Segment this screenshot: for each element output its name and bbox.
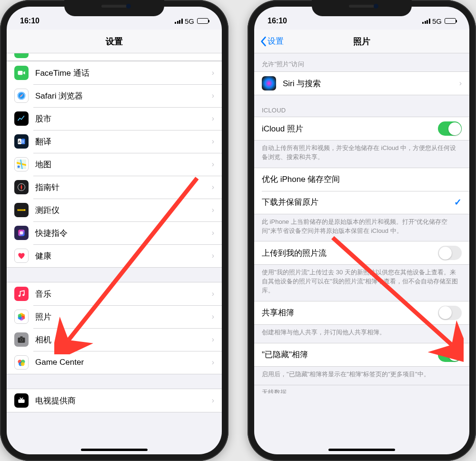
toggle-hidden-album[interactable]	[438, 348, 462, 362]
section-header-icloud: ICLOUD	[254, 95, 469, 117]
status-right: 5G	[175, 17, 208, 25]
photos-settings[interactable]: 允许"照片"访问 Siri 与搜索 › ICLOUD iCloud 照片 自动上…	[254, 53, 469, 454]
notch	[64, 0, 164, 16]
svg-point-29	[20, 339, 22, 341]
status-time: 16:10	[268, 17, 287, 25]
svg-point-34	[20, 362, 24, 366]
screen-left: 16:10 5G 设置 FaceTime 通话 › Safari 浏览器 › 股…	[7, 7, 222, 454]
network-label: 5G	[185, 17, 194, 25]
cell-health[interactable]: 健康 ›	[7, 244, 222, 267]
cell-label: 共享相簿	[262, 307, 438, 318]
back-label: 设置	[268, 36, 284, 47]
cell-my-photo-stream[interactable]: 上传到我的照片流	[254, 241, 469, 264]
cell-label: 相机	[35, 334, 212, 345]
toggle-shared-albums[interactable]	[438, 306, 462, 320]
download-footer: 此 iPhone 上当前储存的是原始版本的照片和视频。打开"优化储存空间"来节省…	[254, 214, 469, 241]
toggle-photo-stream[interactable]	[438, 246, 462, 260]
svg-rect-0	[18, 71, 23, 75]
cell-facetime[interactable]: FaceTime 通话 ›	[7, 61, 222, 84]
cell-hidden-album[interactable]: "已隐藏"相簿	[254, 343, 469, 366]
chevron-right-icon: ›	[212, 358, 214, 367]
chevron-right-icon: ›	[212, 160, 214, 169]
cell-siri-search[interactable]: Siri 与搜索 ›	[254, 72, 469, 95]
phone-right: 16:10 5G 设置 照片 允许"照片"访问 Siri 与搜索 ›	[248, 0, 476, 461]
page-title: 照片	[353, 36, 370, 47]
cell-label: Safari 浏览器	[35, 90, 212, 101]
siri-icon	[262, 76, 276, 90]
signal-icon	[175, 18, 183, 24]
status-right: 5G	[422, 17, 456, 25]
home-indicator[interactable]	[328, 449, 395, 451]
safari-icon	[14, 89, 29, 103]
back-button[interactable]: 设置	[260, 36, 284, 47]
cell-label: 地图	[35, 159, 212, 170]
cell-icloud-photos[interactable]: iCloud 照片	[254, 117, 469, 140]
toggle-icloud-photos[interactable]	[438, 121, 462, 136]
svg-point-26	[18, 314, 21, 318]
chevron-right-icon: ›	[212, 251, 214, 260]
chevron-right-icon: ›	[212, 312, 214, 321]
cell-shortcuts[interactable]: 快捷指令 ›	[7, 221, 222, 244]
photos-icon	[14, 310, 29, 324]
chevron-right-icon: ›	[212, 396, 214, 405]
cell-optimize-storage[interactable]: 优化 iPhone 储存空间	[254, 168, 469, 191]
cell-shared-albums[interactable]: 共享相簿	[254, 301, 469, 324]
gamecenter-icon	[14, 355, 29, 370]
measure-icon	[14, 203, 29, 217]
hidden-album-footer: 启用后，"已隐藏"相簿将显示在"相簿"标签页的"更多项目"中。	[254, 367, 469, 385]
cell-label: 健康	[35, 251, 212, 261]
camera-icon	[14, 332, 29, 347]
cell-label: 照片	[35, 311, 212, 322]
cell-label: Siri 与搜索	[283, 78, 459, 89]
svg-text:A: A	[18, 140, 20, 144]
screen-right: 16:10 5G 设置 照片 允许"照片"访问 Siri 与搜索 ›	[254, 7, 469, 454]
home-indicator[interactable]	[81, 449, 148, 451]
shared-album-group: 共享相簿	[254, 301, 469, 325]
settings-group: FaceTime 通话 › Safari 浏览器 › 股市 › A文 翻译 › …	[7, 61, 222, 268]
cell-camera[interactable]: 相机 ›	[7, 328, 222, 351]
settings-list[interactable]: FaceTime 通话 › Safari 浏览器 › 股市 › A文 翻译 › …	[7, 53, 222, 454]
page-title: 设置	[106, 36, 123, 47]
cell-photos[interactable]: 照片 ›	[7, 305, 222, 328]
cell-label: 快捷指令	[35, 228, 212, 239]
shortcuts-icon	[14, 226, 29, 240]
cell-label: 电视提供商	[35, 395, 212, 406]
facetime-icon	[14, 66, 29, 80]
cell-maps[interactable]: 地图 ›	[7, 153, 222, 176]
network-label: 5G	[432, 17, 442, 25]
icloud-photos-group: iCloud 照片	[254, 117, 469, 140]
tvprovider-icon	[14, 393, 29, 408]
svg-point-9	[18, 166, 20, 168]
cell-translate[interactable]: A文 翻译 ›	[7, 130, 222, 153]
cell-label: 指南针	[35, 182, 212, 193]
chevron-right-icon: ›	[212, 137, 214, 146]
svg-point-19	[19, 295, 20, 297]
siri-group: Siri 与搜索 ›	[254, 71, 469, 95]
photostream-footer: 使用"我的照片流"上传过去 30 天的新照片以供您在其他设备上查看。来自其他设备…	[254, 265, 469, 301]
stocks-icon	[14, 111, 29, 126]
shared-album-footer: 创建相簿与他人共享，并订阅他人共享相簿。	[254, 325, 469, 343]
cell-label: 翻译	[35, 136, 212, 147]
chevron-right-icon: ›	[212, 183, 214, 191]
checkmark-icon: ✓	[454, 197, 462, 208]
phone-left: 16:10 5G 设置 FaceTime 通话 › Safari 浏览器 › 股…	[0, 0, 228, 461]
svg-rect-30	[20, 336, 23, 338]
cell-download-originals[interactable]: 下载并保留原片 ✓	[254, 191, 469, 214]
cell-stocks[interactable]: 股市 ›	[7, 107, 222, 130]
nav-header: 设置	[7, 30, 222, 53]
compass-icon	[14, 180, 29, 194]
maps-icon	[14, 157, 29, 171]
cell-safari[interactable]: Safari 浏览器 ›	[7, 84, 222, 107]
cell-label: 股市	[35, 113, 212, 124]
cell-tvprovider[interactable]: 电视提供商 ›	[7, 389, 222, 412]
cell-measure[interactable]: 测距仪 ›	[7, 199, 222, 221]
cell-label: Game Center	[35, 358, 212, 367]
cell-compass[interactable]: 指南针 ›	[7, 176, 222, 199]
settings-group: 电视提供商 ›	[7, 389, 222, 412]
chevron-right-icon: ›	[212, 229, 214, 237]
cell-music[interactable]: 音乐 ›	[7, 282, 222, 305]
chevron-right-icon: ›	[212, 114, 214, 123]
cell-label: iCloud 照片	[262, 123, 438, 134]
cell-label: 优化 iPhone 储存空间	[262, 174, 462, 185]
cell-gamecenter[interactable]: Game Center ›	[7, 351, 222, 374]
